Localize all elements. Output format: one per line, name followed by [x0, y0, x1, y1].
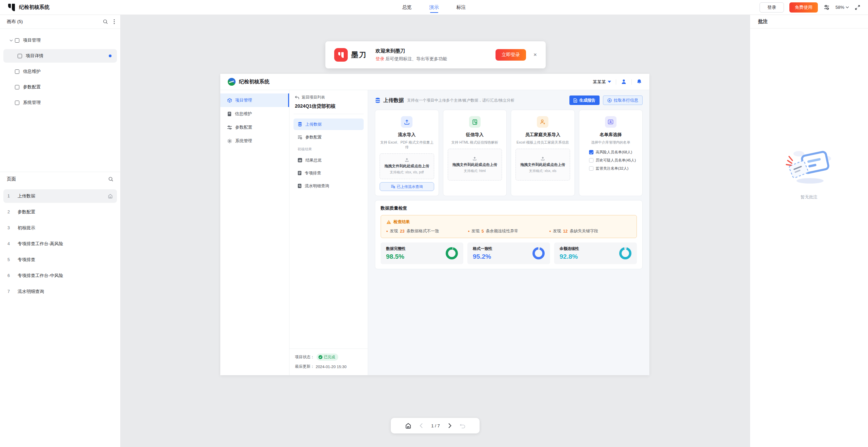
- option-high-risk-list[interactable]: 高风险人员名单(68人): [589, 150, 638, 155]
- card-title: 名单库选择: [584, 132, 638, 138]
- tree-item-project-detail[interactable]: 项目详情: [3, 49, 117, 63]
- page-item-5[interactable]: 5 专项排查: [3, 253, 117, 267]
- bell-icon[interactable]: [637, 79, 642, 85]
- page-number: 6: [7, 273, 18, 278]
- page-item-2[interactable]: 2 参数配置: [3, 205, 117, 219]
- tab-overview[interactable]: 总览: [402, 0, 412, 15]
- page-label: 流水明细查询: [18, 289, 44, 295]
- tree-item-label: 信息维护: [23, 68, 41, 74]
- empty-annotations-text: 暂无批注: [801, 194, 817, 200]
- tree-item-project-management[interactable]: 项目管理: [3, 34, 117, 47]
- checkbox[interactable]: [589, 150, 593, 154]
- option-history-suspect-list[interactable]: 历史可疑人员名单(45人): [589, 158, 638, 163]
- finding-item: 发现 5 条余额连续性异常: [468, 228, 550, 234]
- updated-value: 2024-01-20 15:30: [316, 365, 347, 369]
- card-title: 征信导入: [448, 132, 502, 138]
- family-dropzone[interactable]: 拖拽文件到此处或点击上传 支持格式: xlsx, xls: [516, 149, 570, 180]
- close-icon[interactable]: ×: [533, 51, 537, 58]
- page-number: 7: [7, 289, 18, 294]
- page-item-4[interactable]: 4 专项排查工作台-高风险: [3, 237, 117, 251]
- content-header: 上传数据 支持在一个项目中上传多个主体/账户数据，进行汇总/独立分析 生成报告 …: [375, 95, 643, 105]
- nav-label: 项目管理: [235, 98, 252, 103]
- caret-down-icon: [608, 81, 611, 83]
- nav-item-info-maintenance[interactable]: 信息维护: [220, 107, 289, 121]
- pages-label: 页面: [7, 176, 16, 182]
- page-item-6[interactable]: 6 专项排查工作台-中风险: [3, 269, 117, 282]
- page-label: 专项排查工作台-高风险: [18, 241, 63, 247]
- notebook-icon: [227, 111, 232, 116]
- project-title: 纪检初核系统: [19, 4, 49, 10]
- tree-item-info-maintenance[interactable]: 信息维护: [3, 65, 117, 78]
- page-label: 专项排查工作台-中风险: [18, 273, 63, 279]
- preferences-icon[interactable]: [823, 4, 830, 11]
- page-item-3[interactable]: 3 初核提示: [3, 221, 117, 235]
- search-icon[interactable]: [103, 19, 108, 24]
- mockingbot-logo-icon[interactable]: [8, 4, 15, 11]
- prototype-preview: 纪检初核系统 某某某: [220, 74, 649, 375]
- login-button[interactable]: 登录: [760, 2, 784, 13]
- option-regulatory-watch-list[interactable]: 监管关注名单(32人): [589, 166, 638, 171]
- brand-area: 纪检初核系统: [0, 4, 49, 11]
- tree-item-parameter-config[interactable]: 参数配置: [3, 80, 117, 94]
- canvas-count-label: 画布 (5): [7, 19, 23, 25]
- uploaded-flow-query-button[interactable]: 已上传流水查询: [380, 182, 434, 191]
- more-menu-icon[interactable]: [114, 19, 115, 24]
- user-menu[interactable]: 某某某: [593, 79, 611, 85]
- home-icon[interactable]: [405, 423, 411, 429]
- card-desc: 支持 HTML 格式征信报告解析: [448, 140, 502, 145]
- content-title: 上传数据: [383, 97, 404, 104]
- nav-item-parameter-config[interactable]: 参数配置: [220, 121, 289, 134]
- search-icon[interactable]: [108, 176, 114, 182]
- tree-item-system-management[interactable]: 系统管理: [3, 96, 117, 109]
- back-to-project-list[interactable]: 返回项目列表: [294, 95, 364, 100]
- prev-page-icon[interactable]: [420, 423, 423, 428]
- warning-icon: [386, 220, 391, 224]
- person-add-icon: [537, 116, 548, 128]
- subnav-item-special-check[interactable]: 专项排查: [294, 167, 364, 179]
- credit-dropzone[interactable]: 拖拽文件到此处或点击上传 支持格式: html: [448, 149, 502, 180]
- generate-report-button[interactable]: 生成报告: [569, 95, 600, 105]
- frame-icon: [15, 38, 19, 43]
- page-item-1[interactable]: 1 上传数据: [3, 189, 117, 203]
- login-now-button[interactable]: 立即登录: [496, 49, 526, 61]
- mockingbot-badge-icon: [334, 48, 348, 62]
- next-page-icon[interactable]: [448, 423, 451, 428]
- card-family-relation-import: 员工家庭关系导入 Excel 模板上传员工家庭关系信息 拖拽文件到此处或点击上传…: [511, 110, 575, 196]
- pages-panel-header: 页面: [0, 172, 120, 186]
- page-number: 3: [7, 226, 18, 230]
- nav-item-project-management[interactable]: 项目管理: [220, 93, 289, 107]
- tree-item-label: 项目管理: [23, 37, 41, 43]
- gear-icon: [227, 139, 232, 144]
- zoom-control[interactable]: 58%: [835, 5, 849, 10]
- fullscreen-icon[interactable]: [854, 4, 861, 10]
- tab-annotate[interactable]: 标注: [457, 0, 466, 15]
- pull-bank-info-button[interactable]: 拉取本行信息: [603, 95, 643, 105]
- free-use-button[interactable]: 免费使用: [789, 2, 818, 13]
- finding-item: 发现 12 条缺失关键字段: [549, 228, 631, 234]
- flow-dropzone[interactable]: 拖拽文件到此处或点击上传 支持格式: xlsx, xls, pdf: [380, 153, 434, 179]
- canvas-panel-header: 画布 (5): [0, 15, 120, 28]
- metric-format-consistency: 格式一致性95.2%: [467, 242, 550, 264]
- nav-label: 系统管理: [235, 138, 252, 144]
- tab-demo[interactable]: 演示: [429, 0, 439, 15]
- finding-item: 发现 23 条数据格式不一致: [386, 228, 468, 234]
- donut-chart: [532, 247, 545, 259]
- page-number: 2: [7, 210, 18, 214]
- chevron-down-icon[interactable]: [7, 39, 15, 42]
- subnav-item-result-overview[interactable]: 结果总览: [294, 154, 364, 166]
- subnav-item-upload-data[interactable]: 上传数据: [294, 119, 364, 130]
- checkbox[interactable]: [589, 158, 593, 163]
- page-item-7[interactable]: 7 流水明细查询: [3, 285, 117, 298]
- nav-item-system-management[interactable]: 系统管理: [220, 134, 289, 148]
- subnav-item-parameter-config[interactable]: 参数配置: [294, 131, 364, 143]
- nav-label: 信息维护: [235, 111, 252, 117]
- metric-balance-continuity: 余额连续性92.8%: [554, 242, 637, 264]
- check-result-box: 检查结果 发现 23 条数据格式不一致 发现 5 条余额连续性异常 发现 12 …: [381, 215, 637, 238]
- page-indicator: 1 / 7: [431, 423, 440, 428]
- user-icon[interactable]: [621, 79, 627, 85]
- top-bar: 纪检初核系统 总览 演示 标注 登录 免费使用 58%: [0, 0, 868, 15]
- restart-icon[interactable]: [460, 423, 465, 428]
- subnav-item-flow-detail-query[interactable]: 流水明细查询: [294, 180, 364, 192]
- banner-login-link[interactable]: 登录: [376, 56, 384, 61]
- checkbox[interactable]: [589, 166, 593, 171]
